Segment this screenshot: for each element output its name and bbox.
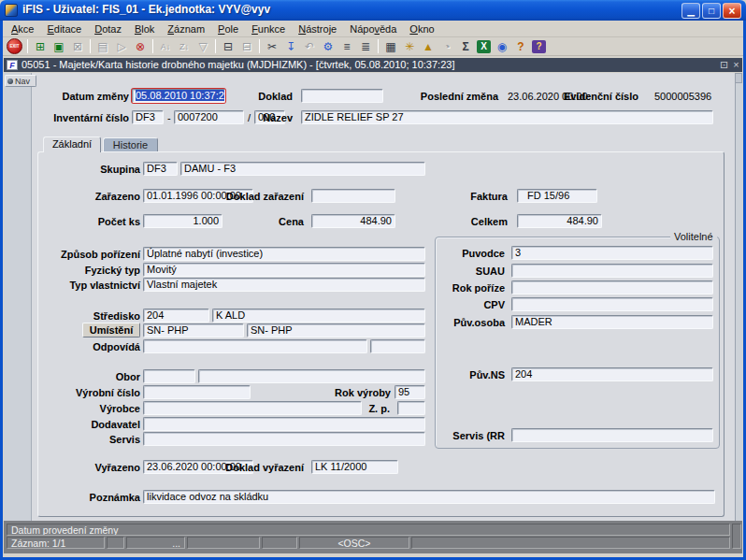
evidencni-cislo-value: 5000005396 bbox=[654, 91, 711, 102]
mdi-close-button[interactable]: × bbox=[730, 58, 742, 71]
stredisko-name-field[interactable]: K ALD bbox=[212, 309, 425, 323]
undo-icon[interactable]: ↶ bbox=[300, 38, 319, 55]
poznamka-field[interactable]: likvidace odvoz na skládku bbox=[143, 490, 715, 504]
odpovida-field[interactable] bbox=[143, 339, 367, 353]
vyrobni-cislo-field[interactable] bbox=[143, 385, 251, 399]
tools-icon[interactable]: ⚙ bbox=[319, 38, 337, 55]
doklad-field[interactable] bbox=[301, 89, 383, 103]
suau-field[interactable] bbox=[511, 264, 713, 278]
obor-code-field[interactable] bbox=[143, 369, 195, 383]
menu-item-funkce[interactable]: Funkce bbox=[245, 22, 292, 36]
context-help-icon[interactable]: ? bbox=[532, 40, 546, 53]
menu-item-pole[interactable]: Pole bbox=[211, 22, 245, 36]
rok-porize-field[interactable] bbox=[511, 280, 713, 294]
menu-item-akce[interactable]: Akce bbox=[5, 22, 40, 36]
duplicate-record-icon[interactable]: ▣ bbox=[50, 38, 68, 55]
odpovida-field2[interactable] bbox=[370, 339, 425, 353]
rok-vyroby-label: Rok výroby bbox=[308, 387, 391, 398]
cena-label: Cena bbox=[260, 216, 304, 227]
print-setup-icon[interactable]: ⊟ bbox=[237, 38, 256, 55]
close-button[interactable]: × bbox=[723, 3, 741, 19]
excel-icon[interactable]: X bbox=[477, 40, 491, 53]
vyrazeno-label: Vyřazeno bbox=[54, 462, 140, 473]
celkem-field[interactable]: 484.90 bbox=[517, 214, 602, 228]
help-icon[interactable]: ? bbox=[511, 38, 530, 55]
vyrobni-cislo-label: Výrobní číslo bbox=[40, 387, 140, 398]
title-bar[interactable]: iFIS - Uživatel: FIS_01 - Ek.jednotka: V… bbox=[0, 0, 746, 21]
menu-item-nastroje[interactable]: Nástroje bbox=[292, 22, 343, 36]
sum-icon[interactable]: Σ bbox=[456, 38, 475, 55]
skupina-code-field[interactable]: DF3 bbox=[143, 162, 178, 176]
puv-osoba-field[interactable]: MADER bbox=[511, 315, 713, 329]
zp-field[interactable] bbox=[397, 401, 425, 415]
status-resize-grip bbox=[732, 524, 741, 549]
obor-label: Obor bbox=[50, 371, 140, 382]
print-icon[interactable]: ⊟ bbox=[219, 38, 237, 55]
cpv-field[interactable] bbox=[511, 297, 713, 311]
rok-porize-label: Rok poříze bbox=[411, 282, 505, 294]
umisteni-button[interactable]: Umístění bbox=[82, 323, 140, 337]
mdi-restore-button[interactable]: ⊡ bbox=[718, 58, 730, 71]
datum-zmeny-field[interactable]: 05.08.2010 10:37:23 bbox=[132, 89, 225, 103]
doklad-zarazeni-field[interactable] bbox=[311, 189, 395, 203]
doklad-vyrazeni-field[interactable]: LK 11/2000 bbox=[311, 460, 398, 474]
menu-item-zaznam[interactable]: Záznam bbox=[161, 22, 211, 36]
tab-zakladni[interactable]: Základní bbox=[43, 136, 101, 152]
typ-vlastnictvi-field[interactable]: Vlastní majetek bbox=[143, 278, 425, 292]
nav-tab[interactable]: Nav bbox=[5, 75, 36, 87]
cena-field[interactable]: 484.90 bbox=[311, 214, 395, 228]
list-icon[interactable]: ≡ bbox=[337, 38, 356, 55]
servis-rr-field[interactable] bbox=[511, 428, 713, 442]
stredisko-code-field[interactable]: 204 bbox=[143, 309, 209, 323]
paste-icon[interactable]: ↧ bbox=[281, 38, 300, 55]
dodavatel-field[interactable] bbox=[143, 417, 425, 431]
mdi-window-title: 05051 - Majetek/Karta historie drobného … bbox=[22, 59, 454, 70]
status-list-indicator: ... bbox=[126, 537, 185, 549]
pocet-ks-field[interactable]: 1.000 bbox=[143, 214, 222, 228]
enter-query-icon[interactable]: ▤ bbox=[93, 38, 112, 55]
servis-field[interactable] bbox=[143, 432, 425, 446]
menu-item-blok[interactable]: Blok bbox=[128, 22, 161, 36]
nazev-field[interactable]: ZIDLE RELIEF SP 27 bbox=[301, 110, 713, 124]
sort-desc-icon[interactable]: Z↓ bbox=[175, 38, 194, 55]
toolbar-separator bbox=[215, 39, 216, 53]
inventarni-cislo-prefix-field[interactable]: DF3 bbox=[132, 110, 164, 124]
faktura-field[interactable]: FD 15/96 bbox=[517, 189, 597, 203]
maximize-button[interactable]: □ bbox=[702, 3, 721, 19]
vyrobce-field[interactable] bbox=[143, 401, 362, 415]
globe-icon[interactable]: ◉ bbox=[493, 38, 511, 55]
clock-icon[interactable]: ◔ bbox=[438, 38, 456, 55]
menu-item-okno[interactable]: Okno bbox=[403, 22, 440, 36]
minimize-button[interactable]: ▁ bbox=[681, 3, 700, 19]
puvodce-field[interactable]: 3 bbox=[511, 246, 713, 260]
obor-name-field[interactable] bbox=[198, 369, 425, 383]
exit-button[interactable]: EXIT bbox=[7, 38, 22, 54]
vertical-scrollbar[interactable] bbox=[735, 73, 742, 521]
delete-record-icon[interactable]: ⊠ bbox=[68, 38, 87, 55]
pyramid-icon[interactable]: ▲ bbox=[419, 38, 438, 55]
status-segment bbox=[411, 537, 730, 549]
insert-record-icon[interactable]: ⊞ bbox=[31, 38, 50, 55]
sort-asc-icon[interactable]: A↓ bbox=[156, 38, 175, 55]
tab-historie[interactable]: Historie bbox=[103, 137, 158, 151]
tree-list-icon[interactable]: ≣ bbox=[356, 38, 375, 55]
pocet-ks-label: Počet ks bbox=[54, 216, 140, 227]
fyzicky-typ-field[interactable]: Movitý bbox=[143, 263, 425, 277]
menu-item-editace[interactable]: Editace bbox=[40, 22, 88, 36]
cancel-query-icon[interactable]: ⊗ bbox=[131, 38, 150, 55]
cut-icon[interactable]: ✂ bbox=[263, 38, 281, 55]
calendar-icon[interactable]: ▦ bbox=[381, 38, 400, 55]
helm-icon[interactable]: ✳ bbox=[400, 38, 419, 55]
zpusob-porizeni-field[interactable]: Úplatné nabytí (investice) bbox=[143, 247, 425, 261]
puv-ns-field[interactable]: 204 bbox=[511, 367, 713, 381]
scrollbar-thumb[interactable] bbox=[735, 73, 742, 83]
rok-vyroby-field[interactable]: 95 bbox=[395, 385, 425, 399]
umisteni-name-field[interactable]: SN- PHP bbox=[247, 323, 425, 337]
execute-query-icon[interactable]: ▷ bbox=[112, 38, 131, 55]
doklad-zarazeni-label: Doklad zařazení bbox=[213, 191, 304, 202]
menu-item-dotaz[interactable]: Dotaz bbox=[88, 22, 128, 36]
menu-item-napoveda[interactable]: Nápověda bbox=[343, 22, 403, 36]
skupina-name-field[interactable]: DAMU - F3 bbox=[180, 162, 425, 176]
umisteni-code-field[interactable]: SN- PHP bbox=[143, 323, 244, 337]
filter-icon[interactable]: ▽ bbox=[194, 38, 212, 55]
